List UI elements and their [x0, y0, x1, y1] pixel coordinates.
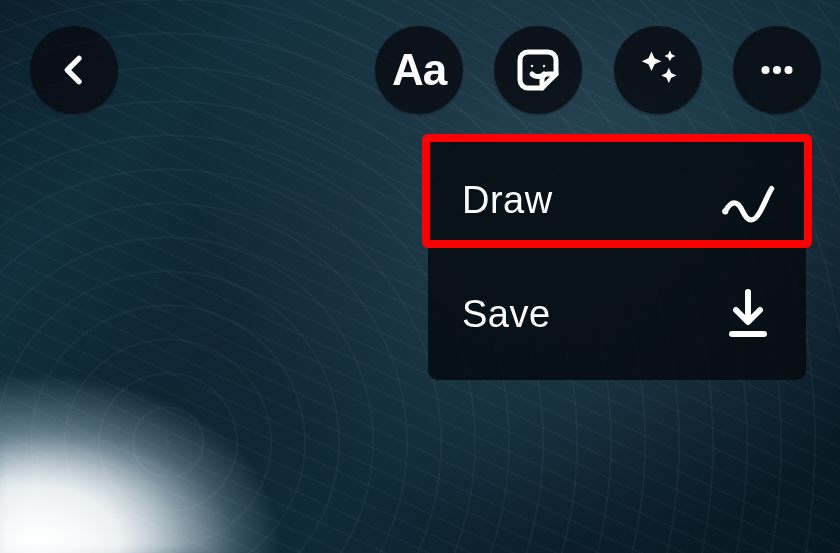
- svg-point-1: [543, 65, 545, 67]
- more-horizontal-icon: [754, 47, 800, 93]
- more-options-button[interactable]: [733, 26, 821, 114]
- text-tool-button[interactable]: Aa: [375, 26, 463, 114]
- text-tool-icon: Aa: [392, 45, 446, 95]
- menu-item-save[interactable]: Save: [428, 258, 806, 372]
- svg-point-4: [784, 66, 792, 74]
- story-editor-canvas: Aa: [0, 0, 840, 553]
- sticker-tool-button[interactable]: [494, 26, 582, 114]
- draw-squiggle-icon: [720, 172, 776, 228]
- svg-point-0: [531, 65, 533, 67]
- menu-item-draw[interactable]: Draw: [428, 144, 806, 258]
- sticker-icon: [514, 46, 562, 94]
- more-options-menu: Draw Save: [428, 138, 806, 380]
- effects-tool-button[interactable]: [614, 26, 702, 114]
- svg-point-3: [773, 66, 781, 74]
- menu-item-label: Save: [462, 293, 551, 336]
- chevron-left-icon: [54, 50, 94, 90]
- menu-item-label: Draw: [462, 179, 553, 222]
- sparkle-icon: [632, 44, 684, 96]
- back-button[interactable]: [30, 26, 118, 114]
- svg-point-2: [761, 66, 769, 74]
- svg-point-5: [722, 208, 728, 214]
- download-icon: [720, 286, 776, 342]
